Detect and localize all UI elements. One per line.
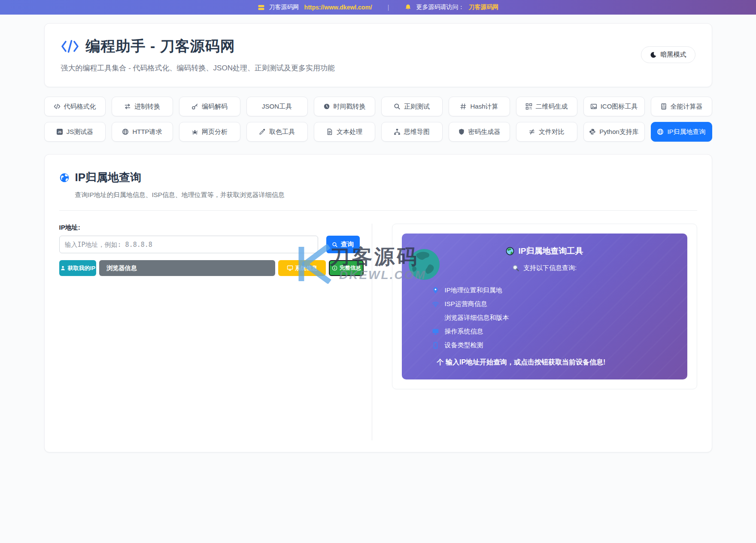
- monitor-icon: [287, 265, 293, 271]
- stack-icon: [258, 4, 265, 11]
- topbar-site-url-link[interactable]: https://www.dkewl.com/: [304, 4, 372, 11]
- tool-tab-ico[interactable]: ICO图标工具: [583, 97, 645, 116]
- bell-icon: [404, 4, 412, 11]
- tool-tab-qrcode[interactable]: 二维码生成: [516, 97, 577, 116]
- feature-text: 设备类型检测: [445, 341, 483, 349]
- tool-tab-http[interactable]: HTTP请求: [112, 122, 173, 142]
- tool-tab-label: 二维码生成: [536, 103, 568, 111]
- code-icon: [61, 39, 79, 54]
- feature-item: 操作系统信息: [432, 325, 670, 338]
- button-label: 浏览器信息: [106, 264, 137, 272]
- spider-icon: [191, 128, 198, 135]
- info-card-frame: IP归属地查询工具 支持以下信息查询: IP: [392, 224, 697, 389]
- tool-tab-file-diff[interactable]: 文件对比: [516, 122, 577, 142]
- info-card-cta: 个 输入IP地址开始查询，或点击按钮获取当前设备信息!: [437, 358, 670, 367]
- tool-tab-label: HTTP请求: [132, 128, 162, 136]
- tool-tab-code-format[interactable]: 代码格式化: [44, 97, 106, 116]
- dark-mode-button[interactable]: 暗黑模式: [641, 46, 695, 63]
- feature-text: IP地理位置和归属地: [445, 286, 502, 294]
- blank-icon: [432, 314, 439, 322]
- tool-tab-label: 密码生成器: [468, 128, 501, 136]
- tool-tab-text-process[interactable]: 文本处理: [314, 122, 375, 142]
- get-my-ip-button[interactable]: 获取我的IP: [59, 260, 97, 276]
- tool-tab-python-lib[interactable]: Python支持库: [583, 122, 645, 142]
- feature-item: 浏览器详细信息和版本: [432, 311, 670, 325]
- tool-subtitle: 查询IP地址的归属地信息、ISP信息、地理位置等，并获取浏览器详细信息: [75, 191, 697, 199]
- not-equal-icon: [528, 128, 535, 135]
- globe-icon: [657, 128, 664, 135]
- button-label: 完整信息: [340, 264, 361, 272]
- tool-tab-mindmap[interactable]: 思维导图: [381, 122, 443, 142]
- globe-emoji-icon: [506, 247, 514, 255]
- monitor-icon: [432, 328, 439, 335]
- tool-tab-timestamp[interactable]: 时间戳转换: [314, 97, 375, 116]
- pin-icon: [432, 287, 439, 294]
- eyedropper-icon: [259, 128, 266, 135]
- info-card-title: IP归属地查询工具: [519, 246, 583, 257]
- full-info-button[interactable]: 完整信息: [329, 260, 364, 276]
- file-text-icon: [326, 128, 333, 135]
- tool-tab-base-convert[interactable]: 进制转换: [112, 97, 173, 116]
- sitemap-icon: [394, 128, 401, 135]
- info-card-subtitle: 支持以下信息查询:: [523, 264, 577, 272]
- globe-icon: [122, 128, 129, 135]
- tool-tab-regex[interactable]: 正则测试: [381, 97, 443, 116]
- tool-tab-label: JS测试器: [67, 128, 94, 136]
- moon-icon: [650, 52, 657, 58]
- tool-tab-json[interactable]: JSON工具: [246, 97, 308, 116]
- feature-text: ISP运营商信息: [445, 300, 487, 308]
- tool-tab-password-gen[interactable]: 密码生成器: [449, 122, 510, 142]
- tool-title: IP归属地查询: [75, 170, 142, 185]
- tool-tab-label: Hash计算: [470, 103, 498, 111]
- tool-tab-web-analyze[interactable]: 网页分析: [179, 122, 240, 142]
- tool-tab-hash[interactable]: Hash计算: [449, 97, 510, 116]
- ip-input[interactable]: [59, 236, 318, 253]
- ip-tool-info-card: IP归属地查询工具 支持以下信息查询: IP: [402, 234, 687, 379]
- query-button-label: 查询: [341, 240, 354, 249]
- feature-item: ISP运营商信息: [432, 297, 670, 311]
- page-subtitle: 强大的编程工具集合 - 代码格式化、编码转换、JSON处理、正则测试及更多实用功…: [61, 63, 335, 73]
- tool-tab-color-picker[interactable]: 取色工具: [246, 122, 308, 142]
- browser-info-button[interactable]: 浏览器信息: [99, 260, 275, 276]
- topbar-notice-link[interactable]: 刀客源码网: [468, 3, 498, 11]
- tool-tab-label: 文本处理: [337, 128, 362, 136]
- globe-icon: [59, 173, 70, 183]
- feature-text: 操作系统信息: [445, 328, 483, 336]
- button-label: 获取我的IP: [68, 264, 95, 272]
- tool-tab-calculator[interactable]: 全能计算器: [651, 97, 712, 116]
- tool-tab-js-tester[interactable]: JS JS测试器: [44, 122, 106, 142]
- hash-icon: [460, 103, 467, 110]
- tool-tab-label: 编码解码: [202, 103, 228, 111]
- tool-tab-label: 全能计算器: [671, 103, 703, 111]
- topbar-site-name: 刀客源码网: [269, 3, 299, 11]
- topbar: 刀客源码网 https://www.dkewl.com/ | 更多源码请访问： …: [0, 0, 756, 15]
- tool-tab-label: 时间戳转换: [334, 103, 366, 111]
- code-icon: [54, 103, 61, 110]
- tool-tab-label: 进制转换: [134, 103, 160, 111]
- feature-item: 设备类型检测: [432, 338, 670, 352]
- info-icon: [332, 265, 337, 271]
- search-icon: [394, 103, 401, 110]
- magnifier-emoji-icon: [512, 264, 519, 272]
- python-icon: [589, 128, 596, 135]
- query-button[interactable]: 查询: [326, 236, 360, 253]
- header-text-block: 编程助手 - 刀客源码网 强大的编程工具集合 - 代码格式化、编码转换、JSON…: [61, 36, 335, 73]
- feature-list: IP地理位置和归属地 ISP运营商信息 浏览器详细信息和版本: [419, 283, 670, 352]
- header-card: 编程助手 - 刀客源码网 强大的编程工具集合 - 代码格式化、编码转换、JSON…: [44, 23, 712, 87]
- svg-text:JS: JS: [58, 130, 61, 134]
- query-form: IP地址: 查询 获取我的IP 浏览器信息: [59, 224, 364, 440]
- ip-field-label: IP地址:: [59, 224, 364, 232]
- tool-tab-label: Python支持库: [599, 128, 639, 136]
- qrcode-icon: [525, 103, 532, 110]
- tool-tab-label: 代码格式化: [64, 103, 96, 111]
- ip-lookup-panel: IP归属地查询 查询IP地址的归属地信息、ISP信息、地理位置等，并获取浏览器详…: [44, 154, 712, 452]
- tool-tab-label: 取色工具: [269, 128, 295, 136]
- js-icon: JS: [56, 128, 63, 135]
- tool-tab-ip-lookup[interactable]: IP归属地查询: [651, 122, 712, 142]
- tool-tab-encode-decode[interactable]: 编码解码: [179, 97, 240, 116]
- swap-icon: [124, 103, 131, 110]
- system-info-button[interactable]: 系统信息: [278, 260, 326, 276]
- topbar-separator: |: [388, 4, 389, 11]
- tool-tab-label: 思维导图: [404, 128, 430, 136]
- phone-icon: [432, 342, 439, 349]
